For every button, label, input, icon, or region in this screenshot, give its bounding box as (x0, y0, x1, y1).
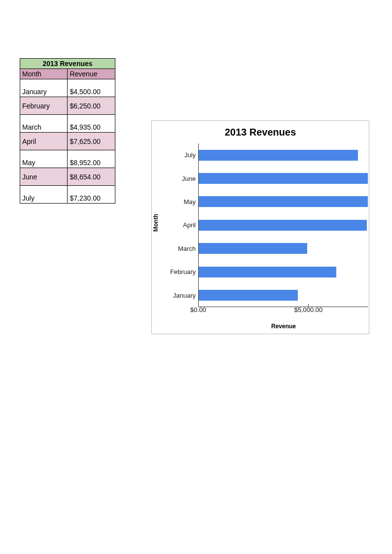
bar-row: June (199, 167, 368, 190)
column-month: Month (20, 69, 68, 79)
x-tick-mark (308, 304, 309, 307)
bar (199, 290, 298, 301)
bar-label: May (162, 198, 196, 206)
column-revenue: Revenue (68, 69, 115, 79)
table-row: July$7,230.00 (20, 186, 115, 204)
cell-revenue: $4,935.00 (68, 115, 115, 133)
bar-label: February (162, 268, 196, 276)
revenue-table: 2013 Revenues Month Revenue January$4,50… (20, 58, 115, 204)
cell-revenue: $7,625.00 (68, 133, 115, 150)
table-title: 2013 Revenues (20, 59, 115, 69)
table-row: March$4,935.00 (20, 115, 115, 133)
cell-month: May (20, 150, 68, 168)
cell-month: July (20, 186, 68, 204)
x-axis-ticks: $0.00$5,000.00 (198, 306, 368, 316)
bar-row: March (199, 237, 368, 260)
revenue-chart: 2013 Revenues Month JulyJuneMayAprilMarc… (151, 120, 369, 334)
bar-row: May (199, 190, 368, 213)
cell-month: March (20, 115, 68, 133)
table-row: January$4,500.00 (20, 79, 115, 97)
bar-label: January (162, 292, 196, 299)
bar (199, 173, 368, 184)
bar-row: April (199, 213, 368, 237)
cell-month: June (20, 168, 68, 186)
x-axis-label: Revenue (198, 323, 369, 330)
plot-area: JulyJuneMayAprilMarchFebruaryJanuary (198, 143, 368, 307)
cell-month: January (20, 79, 68, 97)
bar (199, 196, 368, 207)
table-row: February$6,250.00 (20, 97, 115, 115)
bar-row: July (199, 143, 368, 167)
bar-label: June (162, 175, 196, 182)
chart-title: 2013 Revenues (152, 127, 369, 138)
bar-label: March (162, 245, 196, 252)
bar-label: July (162, 151, 196, 159)
x-tick-mark (198, 304, 199, 307)
cell-revenue: $8,952.00 (68, 150, 115, 168)
cell-revenue: $8,654.00 (68, 168, 115, 186)
x-tick-label: $0.00 (190, 306, 207, 313)
bar (199, 243, 307, 254)
table-row: June$8,654.00 (20, 168, 115, 186)
y-axis-label: Month (152, 214, 159, 232)
cell-revenue: $7,230.00 (68, 186, 115, 204)
bar-row: January (199, 283, 368, 307)
bar (199, 150, 358, 161)
cell-month: April (20, 133, 68, 150)
cell-revenue: $4,500.00 (68, 79, 115, 97)
bar-row: February (199, 260, 368, 283)
bar-label: April (162, 221, 196, 229)
bar (199, 220, 367, 231)
table-row: April$7,625.00 (20, 133, 115, 150)
x-tick-label: $5,000.00 (294, 306, 322, 313)
table-row: May$8,952.00 (20, 150, 115, 168)
cell-month: February (20, 97, 68, 115)
bar (199, 267, 336, 277)
cell-revenue: $6,250.00 (68, 97, 115, 115)
